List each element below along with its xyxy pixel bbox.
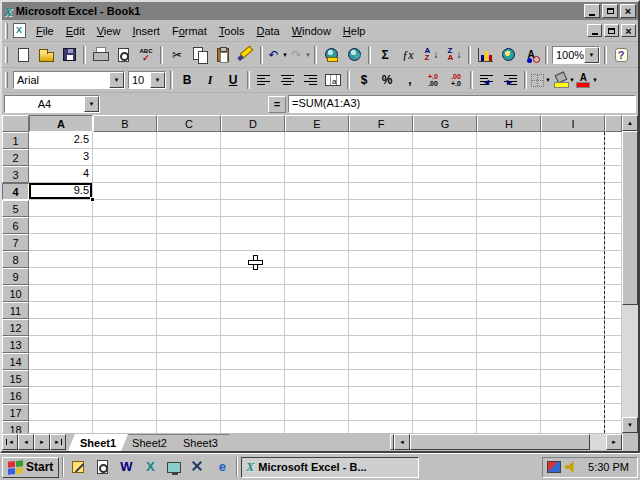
cell-g5[interactable]: [413, 200, 477, 217]
chart-wizard-button[interactable]: [474, 45, 496, 65]
scroll-left-button[interactable]: ◄: [394, 434, 410, 450]
cell-a6[interactable]: [29, 217, 93, 234]
cell-d6[interactable]: [221, 217, 285, 234]
menu-view[interactable]: View: [91, 23, 127, 39]
display-settings-icon[interactable]: [547, 461, 561, 473]
paste-function-button[interactable]: ƒx: [397, 45, 419, 65]
row-header-9[interactable]: 9: [2, 268, 29, 285]
sort-ascending-button[interactable]: AZ↓: [420, 45, 442, 65]
column-header-e[interactable]: E: [285, 115, 349, 132]
cell-g2[interactable]: [413, 149, 477, 166]
row-header-4[interactable]: 4: [2, 183, 29, 200]
cell-c5[interactable]: [157, 200, 221, 217]
cell-a12[interactable]: [29, 319, 93, 336]
cell-c9[interactable]: [157, 268, 221, 285]
cell-f5[interactable]: [349, 200, 413, 217]
fill-color-button[interactable]: ▼: [553, 70, 575, 90]
cell-b1[interactable]: [93, 132, 157, 149]
excel-app-icon[interactable]: X: [4, 5, 13, 18]
cell-g4[interactable]: [413, 183, 477, 200]
map-button[interactable]: [497, 45, 519, 65]
column-header-c[interactable]: C: [157, 115, 221, 132]
cell-f4[interactable]: [349, 183, 413, 200]
row-header-16[interactable]: 16: [2, 387, 29, 404]
row-header-10[interactable]: 10: [2, 285, 29, 302]
cell-a11[interactable]: [29, 302, 93, 319]
cell-h8[interactable]: [477, 251, 541, 268]
cell-f7[interactable]: [349, 234, 413, 251]
align-right-button[interactable]: [299, 70, 321, 90]
italic-button[interactable]: I: [199, 70, 221, 90]
row-header-17[interactable]: 17: [2, 404, 29, 421]
cell-e9[interactable]: [285, 268, 349, 285]
horizontal-scrollbar[interactable]: ◄ ►: [394, 434, 622, 450]
vertical-scrollbar[interactable]: ▲ ▼: [622, 115, 638, 433]
cell-i11[interactable]: [541, 302, 605, 319]
format-painter-button[interactable]: [235, 45, 257, 65]
row-header-2[interactable]: 2: [2, 149, 29, 166]
font-size-combobox[interactable]: 10▼: [128, 71, 166, 89]
cell-h4[interactable]: [477, 183, 541, 200]
align-left-button[interactable]: [253, 70, 275, 90]
paste-button[interactable]: [212, 45, 234, 65]
workbook-restore-button[interactable]: [604, 24, 619, 37]
cell-a14[interactable]: [29, 353, 93, 370]
cell-g11[interactable]: [413, 302, 477, 319]
cell-h2[interactable]: [477, 149, 541, 166]
cell-i3[interactable]: [541, 166, 605, 183]
dropdown-arrow-icon[interactable]: ▼: [584, 47, 599, 63]
channels-shortcut[interactable]: [187, 457, 209, 478]
cell-h13[interactable]: [477, 336, 541, 353]
cell-e7[interactable]: [285, 234, 349, 251]
cell-e15[interactable]: [285, 370, 349, 387]
new-workbook-button[interactable]: [12, 45, 34, 65]
cell-c15[interactable]: [157, 370, 221, 387]
cell-f16[interactable]: [349, 387, 413, 404]
name-box-dropdown-icon[interactable]: ▼: [84, 96, 99, 112]
cell-i1[interactable]: [541, 132, 605, 149]
cell-b18[interactable]: [93, 421, 157, 433]
cell-d10[interactable]: [221, 285, 285, 302]
edit-formula-button[interactable]: =: [268, 96, 286, 113]
cell-f13[interactable]: [349, 336, 413, 353]
menu-format[interactable]: Format: [166, 23, 213, 39]
cell-d9[interactable]: [221, 268, 285, 285]
font-name-combobox[interactable]: Arial▼: [13, 71, 125, 89]
cell-f18[interactable]: [349, 421, 413, 433]
cell-a7[interactable]: [29, 234, 93, 251]
increase-indent-button[interactable]: ►: [499, 70, 521, 90]
desktop-shortcut[interactable]: [163, 457, 185, 478]
vertical-scroll-thumb[interactable]: [622, 131, 638, 305]
sort-descending-button[interactable]: ZA↓: [443, 45, 465, 65]
cell-b3[interactable]: [93, 166, 157, 183]
prev-sheet-button[interactable]: ◄: [18, 434, 34, 450]
cell-i15[interactable]: [541, 370, 605, 387]
drawing-button[interactable]: [520, 45, 542, 65]
cell-i10[interactable]: [541, 285, 605, 302]
cell-d17[interactable]: [221, 404, 285, 421]
cell-i16[interactable]: [541, 387, 605, 404]
row-header-18[interactable]: 18: [2, 421, 29, 433]
cell-c16[interactable]: [157, 387, 221, 404]
cell-d13[interactable]: [221, 336, 285, 353]
dropdown-arrow-icon[interactable]: ▼: [545, 77, 552, 83]
select-all-corner[interactable]: [2, 115, 29, 132]
cell-d11[interactable]: [221, 302, 285, 319]
next-sheet-button[interactable]: ►: [34, 434, 50, 450]
menu-tools[interactable]: Tools: [213, 23, 251, 39]
cell-d18[interactable]: [221, 421, 285, 433]
cell-b15[interactable]: [93, 370, 157, 387]
cell-h7[interactable]: [477, 234, 541, 251]
menu-file[interactable]: File: [30, 23, 60, 39]
cell-d1[interactable]: [221, 132, 285, 149]
font-color-button[interactable]: A▼: [576, 70, 598, 90]
insert-hyperlink-button[interactable]: [320, 45, 342, 65]
last-sheet-button[interactable]: ►: [50, 434, 66, 450]
word-shortcut[interactable]: W: [115, 457, 137, 478]
cell-c2[interactable]: [157, 149, 221, 166]
cell-h15[interactable]: [477, 370, 541, 387]
title-bar[interactable]: X Microsoft Excel - Book1 ×: [2, 2, 638, 20]
cell-e16[interactable]: [285, 387, 349, 404]
restore-button[interactable]: [602, 4, 618, 18]
column-header-i[interactable]: I: [541, 115, 605, 132]
